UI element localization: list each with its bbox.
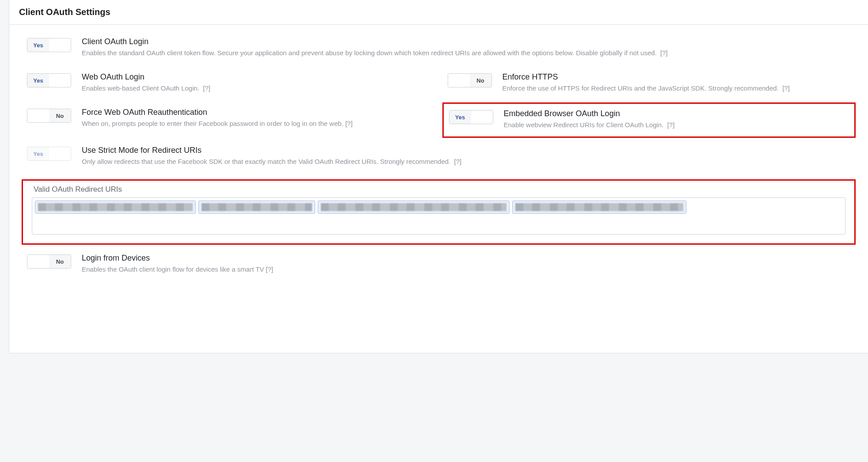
help-icon[interactable]: [?]	[203, 84, 210, 92]
setting-title: Embedded Browser OAuth Login	[504, 109, 849, 118]
help-icon[interactable]: [?]	[660, 49, 668, 57]
toggle-client-oauth-login[interactable]: Yes No	[27, 38, 71, 52]
toggle-web-oauth-login[interactable]: Yes No	[27, 73, 71, 87]
help-icon[interactable]: [?]	[266, 265, 274, 273]
toggle-yes-label: Yes	[27, 74, 49, 87]
toggle-enforce-https[interactable]: Yes No	[448, 73, 492, 87]
setting-title: Use Strict Mode for Redirect URIs	[82, 146, 850, 155]
setting-force-reauth: Yes No Force Web OAuth Reauthentication …	[27, 108, 430, 131]
setting-login-from-devices: Yes No Login from Devices Enables the OA…	[27, 254, 430, 274]
setting-title: Force Web OAuth Reauthentication	[82, 108, 430, 117]
setting-desc: Only allow redirects that use the Facebo…	[82, 157, 850, 166]
toggle-yes-label: Yes	[27, 109, 49, 122]
toggle-yes-label: Yes	[27, 255, 49, 268]
toggle-no-label: No	[49, 147, 71, 160]
redacted-text	[202, 203, 312, 211]
panel-title: Client OAuth Settings	[19, 7, 858, 17]
redirect-uri-tag[interactable]	[318, 201, 510, 214]
highlight-embedded-browser: Yes No Embedded Browser OAuth Login Enab…	[442, 102, 856, 138]
setting-desc: Enables the OAuth client login flow for …	[82, 265, 430, 274]
redacted-text	[321, 203, 506, 211]
setting-desc: Enforce the use of HTTPS for Redirect UR…	[503, 83, 851, 93]
toggle-no-label: No	[471, 110, 493, 124]
toggle-no-label: No	[49, 109, 71, 122]
help-icon[interactable]: [?]	[782, 84, 790, 92]
toggle-yes-label: Yes	[27, 147, 49, 160]
redirect-uri-tag[interactable]	[512, 201, 686, 214]
toggle-login-from-devices[interactable]: Yes No	[27, 254, 71, 269]
redirect-uri-tag[interactable]	[198, 201, 315, 214]
redirect-uri-tag[interactable]	[35, 201, 196, 214]
redacted-text	[515, 203, 683, 211]
toggle-no-label: No	[49, 38, 71, 52]
redirect-uris-label: Valid OAuth Redirect URIs	[34, 185, 845, 194]
setting-client-oauth-login: Yes No Client OAuth Login Enables the st…	[27, 37, 850, 57]
toggle-strict-mode: Yes No	[27, 147, 71, 161]
setting-desc: Enables web-based Client OAuth Login. [?…	[82, 83, 430, 93]
setting-strict-mode: Yes No Use Strict Mode for Redirect URIs…	[27, 146, 850, 166]
redacted-text	[38, 203, 193, 211]
toggle-yes-label: Yes	[27, 38, 49, 52]
setting-desc: Enable webview Redirect URIs for Client …	[504, 120, 849, 129]
setting-enforce-https: Yes No Enforce HTTPS Enforce the use of …	[448, 72, 851, 93]
setting-title: Enforce HTTPS	[503, 72, 851, 82]
help-icon[interactable]: [?]	[345, 120, 353, 127]
toggle-no-label: No	[470, 74, 491, 87]
help-icon[interactable]: [?]	[454, 158, 462, 165]
highlight-redirect-uris: Valid OAuth Redirect URIs	[22, 179, 856, 245]
setting-title: Login from Devices	[82, 254, 430, 263]
setting-web-oauth-login: Yes No Web OAuth Login Enables web-based…	[27, 72, 430, 93]
setting-title: Web OAuth Login	[82, 72, 430, 82]
toggle-yes-label: Yes	[449, 110, 471, 124]
toggle-yes-label: Yes	[448, 74, 470, 87]
setting-title: Client OAuth Login	[82, 37, 850, 46]
setting-desc: Enables the standard OAuth client token …	[82, 48, 850, 57]
toggle-embedded-browser[interactable]: Yes No	[449, 110, 493, 124]
setting-desc: When on, prompts people to enter their F…	[82, 119, 430, 128]
toggle-no-label: No	[49, 255, 71, 268]
redirect-uris-input[interactable]	[32, 197, 845, 235]
setting-embedded-browser: Yes No Embedded Browser OAuth Login Enab…	[449, 109, 849, 129]
toggle-force-reauth[interactable]: Yes No	[27, 109, 71, 123]
help-icon[interactable]: [?]	[667, 121, 675, 129]
toggle-no-label: No	[49, 74, 71, 87]
